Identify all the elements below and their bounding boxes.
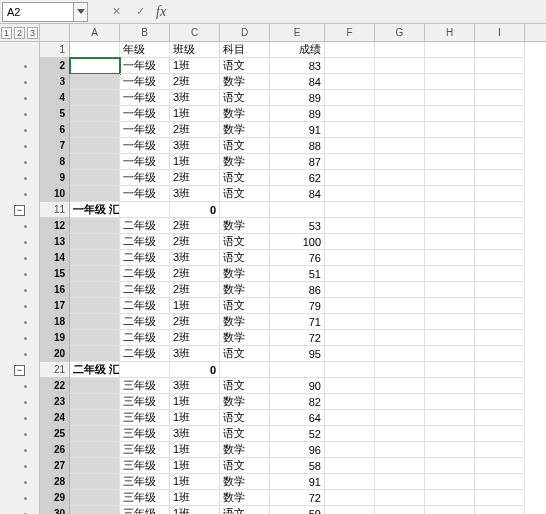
cell[interactable] — [475, 458, 525, 474]
cell[interactable]: 一年级 — [120, 90, 170, 106]
cell[interactable] — [70, 234, 120, 250]
cell[interactable]: 1班 — [170, 394, 220, 410]
row-header[interactable]: 11 — [40, 202, 70, 218]
cell[interactable] — [325, 154, 375, 170]
cell[interactable] — [270, 202, 325, 218]
cell[interactable] — [325, 474, 375, 490]
cell[interactable] — [70, 490, 120, 506]
cell[interactable] — [425, 154, 475, 170]
cell[interactable] — [325, 282, 375, 298]
cell[interactable] — [375, 490, 425, 506]
cell[interactable] — [70, 186, 120, 202]
cell[interactable] — [70, 74, 120, 90]
cell[interactable] — [70, 282, 120, 298]
cell[interactable]: 1班 — [170, 298, 220, 314]
cell[interactable]: 1班 — [170, 506, 220, 514]
cell[interactable] — [425, 330, 475, 346]
col-header-F[interactable]: F — [325, 24, 375, 41]
cell[interactable]: 71 — [270, 314, 325, 330]
cell[interactable] — [375, 186, 425, 202]
cell[interactable]: 三年级 — [120, 474, 170, 490]
cell[interactable]: 班级 — [170, 42, 220, 58]
row-header[interactable]: 16 — [40, 282, 70, 298]
cell[interactable] — [425, 394, 475, 410]
cell[interactable] — [325, 58, 375, 74]
cell[interactable] — [375, 330, 425, 346]
cell[interactable] — [475, 298, 525, 314]
cell[interactable] — [325, 314, 375, 330]
row-header[interactable]: 10 — [40, 186, 70, 202]
cell[interactable]: 1班 — [170, 58, 220, 74]
cell[interactable] — [70, 42, 120, 58]
cell[interactable]: 二年级 — [120, 298, 170, 314]
row-header[interactable]: 20 — [40, 346, 70, 362]
cell[interactable] — [375, 90, 425, 106]
cell[interactable]: 96 — [270, 442, 325, 458]
cell[interactable]: 语文 — [220, 58, 270, 74]
cell[interactable] — [425, 170, 475, 186]
cell[interactable]: 2班 — [170, 170, 220, 186]
cell[interactable]: 语文 — [220, 410, 270, 426]
cell[interactable]: 数学 — [220, 394, 270, 410]
cell[interactable]: 二年级 汇 — [70, 362, 120, 378]
cell[interactable]: 一年级 — [120, 170, 170, 186]
row-header[interactable]: 9 — [40, 170, 70, 186]
cell[interactable] — [425, 122, 475, 138]
cell[interactable]: 1班 — [170, 442, 220, 458]
col-header-D[interactable]: D — [220, 24, 270, 41]
cell[interactable] — [375, 282, 425, 298]
cell[interactable]: 语文 — [220, 346, 270, 362]
cell[interactable]: 语文 — [220, 298, 270, 314]
cell[interactable]: 年级 — [120, 42, 170, 58]
cell[interactable] — [475, 426, 525, 442]
cancel-icon[interactable]: ✕ — [108, 4, 124, 20]
row-header[interactable]: 23 — [40, 394, 70, 410]
cell[interactable] — [375, 298, 425, 314]
cell[interactable]: 三年级 — [120, 490, 170, 506]
cell[interactable]: 数学 — [220, 106, 270, 122]
cell[interactable]: 87 — [270, 154, 325, 170]
row-header[interactable]: 14 — [40, 250, 70, 266]
cell[interactable]: 成绩 — [270, 42, 325, 58]
cell[interactable] — [375, 122, 425, 138]
cell[interactable] — [70, 474, 120, 490]
cell[interactable] — [425, 442, 475, 458]
cell[interactable] — [325, 202, 375, 218]
cell[interactable] — [475, 362, 525, 378]
cell[interactable] — [375, 442, 425, 458]
cell[interactable]: 89 — [270, 90, 325, 106]
cell[interactable]: 0 — [170, 362, 220, 378]
cell[interactable] — [425, 314, 475, 330]
cell[interactable]: 二年级 — [120, 218, 170, 234]
row-header[interactable]: 1 — [40, 42, 70, 58]
cell[interactable] — [70, 458, 120, 474]
cell[interactable]: 一年级 汇 — [70, 202, 120, 218]
cell[interactable] — [425, 298, 475, 314]
cell[interactable]: 82 — [270, 394, 325, 410]
confirm-icon[interactable]: ✓ — [132, 4, 148, 20]
cell[interactable]: 3班 — [170, 250, 220, 266]
cell[interactable] — [475, 314, 525, 330]
cell[interactable]: 2班 — [170, 330, 220, 346]
cell[interactable]: 89 — [270, 106, 325, 122]
cell[interactable] — [70, 218, 120, 234]
cell[interactable]: 科目 — [220, 42, 270, 58]
name-box-dropdown[interactable] — [74, 2, 88, 22]
cell[interactable] — [425, 58, 475, 74]
row-header[interactable]: 18 — [40, 314, 70, 330]
cell[interactable]: 1班 — [170, 458, 220, 474]
cell[interactable]: 2班 — [170, 234, 220, 250]
cell[interactable] — [425, 234, 475, 250]
cell[interactable] — [70, 394, 120, 410]
row-header[interactable]: 28 — [40, 474, 70, 490]
cell[interactable] — [325, 426, 375, 442]
cell[interactable]: 一年级 — [120, 138, 170, 154]
cell[interactable] — [475, 250, 525, 266]
row-header[interactable]: 13 — [40, 234, 70, 250]
cell[interactable] — [325, 298, 375, 314]
cell[interactable]: 3班 — [170, 90, 220, 106]
cell[interactable]: 二年级 — [120, 330, 170, 346]
cell[interactable] — [425, 218, 475, 234]
cell[interactable] — [375, 474, 425, 490]
cell[interactable]: 58 — [270, 458, 325, 474]
